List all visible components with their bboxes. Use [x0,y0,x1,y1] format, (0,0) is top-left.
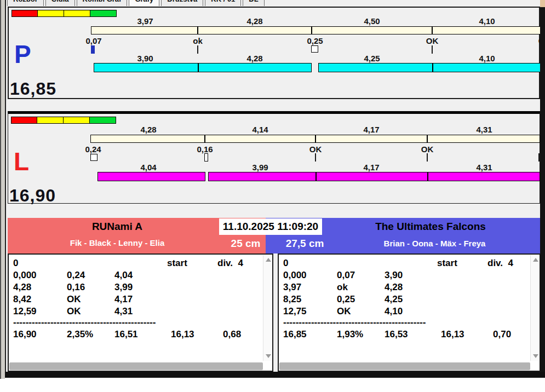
horizontal-scrollbar[interactable] [9,362,263,370]
lane-panel-right: 3,97 4,28 4,50 4,10 0,07 ok 0,25 OK OK 3… [8,7,540,99]
l-lane-letter: L [14,149,29,174]
right-team-name: The Ultimates Falcons [320,221,540,233]
l-exchange-label-1: 0,24 [68,145,118,154]
table-cell: 0,25 [337,294,355,305]
left-team-hurdle-height: 25 cm [226,238,266,250]
tab-grafy[interactable]: Grafy [129,0,159,6]
tab-dl[interactable]: DL [243,0,264,6]
l-upper-split-1: 4,28 [118,125,179,134]
vertical-scrollbar[interactable] [263,255,272,361]
table-separator: ----------------------------------------… [13,317,169,328]
table-cell: 8,25 [283,294,301,305]
table-cell: OK [337,306,351,317]
table-cell: 3,99 [114,282,133,293]
scroll-up-icon[interactable] [533,258,538,262]
table-total-cell: 16,13 [171,329,194,340]
legend-yellow2-swatch [64,117,90,124]
p-lower-split-3: 4,25 [342,54,402,63]
window-right-border [540,7,545,372]
p-exchange-label-4: OK [408,36,457,45]
p-exchange-label-5: OK [520,36,540,45]
p-upper-split-2: 4,28 [225,16,285,26]
segment-divider [197,27,198,34]
table-cell: OK [67,306,81,317]
segment-divider [204,135,205,142]
table-cell: 0,07 [337,270,355,281]
datetime-display: 11.10.2025 11:09:20 [219,218,322,235]
segment-divider [432,64,433,72]
table-cell: 0,000 [283,270,307,281]
table-header-cell: 0 [13,258,18,269]
l-upper-split-2: 4,14 [230,125,290,134]
tab-kk-01[interactable]: KK / 01 [205,0,241,6]
p-total-time: 16,85 [10,79,56,99]
scroll-down-icon[interactable] [266,354,271,358]
l-exchange-marker [204,153,208,162]
table-cell: 4,28 [385,282,403,293]
table-total-cell: 16,85 [283,329,307,340]
vertical-scrollbar[interactable] [530,255,539,361]
table-separator: ----------------------------------------… [283,317,439,328]
left-team-name: RUNami A [8,221,227,233]
table-cell: 4,17 [114,294,133,305]
segment-divider [315,135,316,142]
l-upper-split-4: 4,31 [454,125,514,134]
table-header-cell: start [167,258,187,269]
lane-panel-left: 4,28 4,14 4,17 4,31 0,24 0,16 OK OK -- 4… [8,111,540,204]
left-team-members: Fik - Black - Lenny - Elia [8,238,227,247]
l-exchange-checkbox[interactable] [90,154,97,161]
table-cell: 3,97 [283,282,301,293]
p-run-bar-segment [94,63,312,72]
table-header-cell: start [437,258,457,269]
screen: Rozbor Cidla Kombi Graf Grafy Družstva K… [0,0,545,392]
tab-rozbor[interactable]: Rozbor [7,0,44,6]
legend-yellow-swatch [38,10,64,17]
right-team-results-table: 0 start div. 4 0,000 0,07 3,90 3,97 ok 4… [278,253,540,372]
l-exchange-label-4: OK [403,145,452,154]
horizontal-scrollbar[interactable] [279,362,530,370]
p-exchange-checkbox[interactable] [311,45,318,53]
l-exchange-label-3: OK [291,145,340,154]
p-exchange-label-3: 0,25 [290,36,340,45]
p-upper-split-3: 4,50 [342,16,402,26]
table-total-cell: 0,68 [223,329,241,340]
table-total-cell: 1,93% [337,329,363,340]
app-window: Rozbor Cidla Kombi Graf Grafy Družstva K… [5,0,540,372]
legend-green-swatch [90,10,117,17]
p-exchange-label-1: 0,07 [69,36,118,45]
speed-legend [12,10,117,17]
tab-cidla[interactable]: Cidla [45,0,75,6]
legend-green-swatch [90,117,116,124]
table-cell: 0,24 [67,270,85,281]
l-tick-marker [538,153,540,162]
l-lower-split-2: 3,99 [230,163,290,172]
scroll-up-icon[interactable] [266,258,271,262]
tab-kombi-graf[interactable]: Kombi Graf [77,0,128,6]
l-run-bar-segment [97,172,205,181]
p-exchange-label-2: ok [173,36,222,45]
table-cell: 0,16 [67,282,85,293]
table-cell: 12,75 [283,306,307,317]
p-lower-split-1: 3,90 [115,54,175,63]
left-team-results-table: 0 start div. 4 0,000 0,24 4,04 4,28 0,16… [8,253,273,372]
table-total-cell: 0,70 [493,329,511,340]
scroll-down-icon[interactable] [533,354,538,358]
table-cell: 4,10 [385,306,403,317]
l-total-time: 16,90 [9,186,56,206]
legend-red-swatch [12,10,38,17]
screen-left-frame [1,0,5,379]
p-run-bar-segment [318,63,540,72]
l-tick-marker [427,153,428,162]
legend-red-swatch [11,117,37,124]
legend-yellow2-swatch [64,10,90,17]
legend-yellow-swatch [37,117,64,124]
tab-druzstva[interactable]: Družstva [161,0,203,6]
table-cell: 4,28 [13,282,31,293]
l-exchange-label-2: 0,16 [180,145,230,154]
table-cell: 0,000 [13,270,37,281]
l-reference-bar [90,135,540,143]
table-cell: 4,04 [114,270,133,281]
p-lower-split-4: 4,10 [457,54,517,63]
p-start-marker [91,45,95,54]
p-tick-marker [539,45,540,54]
